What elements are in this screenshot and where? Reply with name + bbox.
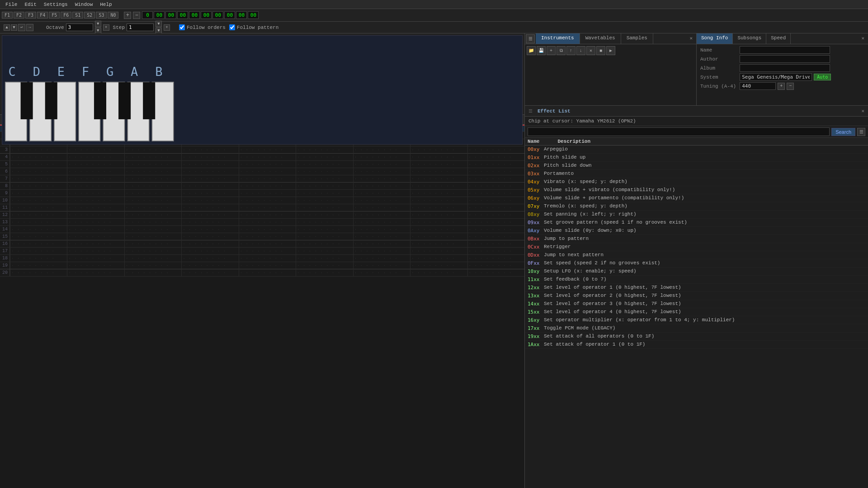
pattern-cell[interactable]: · · · · · · · ·	[181, 226, 238, 233]
step-input[interactable]	[127, 23, 154, 31]
inst-preview-btn[interactable]: ▶	[606, 46, 615, 55]
inst-stop-btn[interactable]: ■	[596, 46, 605, 55]
add-btn[interactable]: +	[124, 12, 131, 19]
pattern-row[interactable]: 15· · · · · · · ·· · · · · · · ·· · · · …	[0, 233, 524, 240]
pattern-cell[interactable]: · · · · · · · ·	[467, 154, 524, 161]
pattern-cell[interactable]: · · · · · · · ·	[181, 168, 238, 175]
effect-row[interactable]: 13xxSet level of operator 2 (0 highest, …	[525, 292, 868, 300]
tab-samples[interactable]: Samples	[621, 33, 653, 44]
effect-list-scroll[interactable]: 00xyArpeggio01xxPitch slide up02xxPitch …	[525, 145, 868, 488]
pattern-row[interactable]: 9· · · · · · · ·· · · · · · · ·· · · · ·…	[0, 190, 524, 197]
pattern-cell[interactable]: · · · · · · · ·	[353, 233, 410, 240]
fn-f2[interactable]: F2	[14, 12, 24, 19]
pattern-cell[interactable]: · · · · · · · ·	[10, 175, 67, 183]
pattern-cell[interactable]: · · · · · · · ·	[467, 168, 524, 175]
pattern-cell[interactable]: · · · · · · · ·	[353, 183, 410, 190]
pattern-row[interactable]: 10· · · · · · · ·· · · · · · · ·· · · · …	[0, 197, 524, 204]
inst-del-btn[interactable]: ✕	[586, 46, 595, 55]
follow-pattern-check[interactable]	[229, 24, 235, 30]
pattern-cell[interactable]: · · · · · · · ·	[296, 161, 353, 168]
pattern-cell[interactable]: · · · · · · · ·	[10, 204, 67, 211]
effect-row[interactable]: 14xxSet level of operator 3 (0 highest, …	[525, 300, 868, 308]
pattern-cell[interactable]: · · · · · · · ·	[353, 262, 410, 269]
pattern-cell[interactable]: · · · · · · · ·	[10, 197, 67, 204]
pattern-cell[interactable]: · · · · · · · ·	[124, 161, 181, 168]
pattern-cell[interactable]: · · · · · · · ·	[124, 211, 181, 219]
pattern-cell[interactable]: · · · · · · · ·	[239, 255, 296, 262]
pattern-cell[interactable]: · · · · · · · ·	[353, 146, 410, 154]
pattern-cell[interactable]: · · · · · · · ·	[353, 226, 410, 233]
instruments-close[interactable]: ✕	[686, 33, 696, 44]
effect-row[interactable]: 16xySet operator multiplier (x: operator…	[525, 316, 868, 324]
menu-settings[interactable]: Settings	[40, 1, 71, 8]
pattern-cell[interactable]: · · · · · · · ·	[296, 146, 353, 154]
pattern-cell[interactable]: · · · · · · · ·	[10, 211, 67, 219]
pattern-cell[interactable]: · · · · · · · ·	[181, 255, 238, 262]
pattern-cell[interactable]: · · · · · · · ·	[296, 262, 353, 269]
menu-help[interactable]: Help	[96, 1, 115, 8]
pattern-row[interactable]: 4· · · · · · · ·· · · · · · · ·· · · · ·…	[0, 154, 524, 161]
pattern-cell[interactable]: · · · · · · · ·	[239, 146, 296, 154]
pattern-cell[interactable]: · · · · · · · ·	[181, 204, 238, 211]
pattern-cell[interactable]: · · · · · · · ·	[124, 190, 181, 197]
pattern-cell[interactable]: · · · · · · · ·	[124, 197, 181, 204]
pattern-cell[interactable]: · · · · · · · ·	[67, 146, 124, 154]
pattern-grid[interactable]: 0· · · · · · · ·· · · · · · · ·· · · · ·…	[0, 125, 524, 488]
effect-row[interactable]: 15xxSet level of operator 4 (0 highest, …	[525, 308, 868, 316]
pattern-cell[interactable]: · · · · · · · ·	[181, 197, 238, 204]
tab-wavetables[interactable]: Wavetables	[580, 33, 621, 44]
effect-row[interactable]: 17xxToggle PCM mode (LEGACY)	[525, 324, 868, 333]
pattern-cell[interactable]: · · · · · · · ·	[353, 248, 410, 255]
pattern-cell[interactable]: · · · · · · · ·	[353, 219, 410, 226]
pattern-cell[interactable]: · · · · · · · ·	[239, 183, 296, 190]
inst-open-btn[interactable]: 📁	[527, 46, 536, 55]
effect-filter-icon[interactable]: ☰	[527, 108, 534, 115]
pattern-row[interactable]: 14· · · · · · · ·· · · · · · · ·· · · · …	[0, 226, 524, 233]
menu-window[interactable]: Window	[71, 1, 97, 8]
pattern-cell[interactable]: · · · · · · · ·	[10, 255, 67, 262]
inst-add-btn[interactable]: +	[547, 46, 556, 55]
effect-menu-icon[interactable]: ☰	[857, 128, 865, 136]
pattern-cell[interactable]: · · · · · · · ·	[67, 219, 124, 226]
pattern-cell[interactable]: · · · · · · · ·	[410, 219, 467, 226]
pattern-cell[interactable]: · · · · · · · ·	[296, 240, 353, 248]
effect-row[interactable]: 1AxxSet attack of operator 1 (0 to 1F)	[525, 341, 868, 349]
pattern-cell[interactable]: · · · · · · · ·	[296, 233, 353, 240]
effect-row[interactable]: 11xxSet feedback (0 to 7)	[525, 276, 868, 284]
pattern-cell[interactable]: · · · · · · · ·	[181, 161, 238, 168]
fn-n0[interactable]: N0	[108, 12, 118, 19]
pattern-cell[interactable]: · · · · · · · ·	[353, 240, 410, 248]
pattern-cell[interactable]: · · · · · · · ·	[124, 219, 181, 226]
pattern-cell[interactable]: · · · · · · · ·	[296, 269, 353, 277]
pattern-cell[interactable]: · · · · · · · ·	[410, 233, 467, 240]
nav-up-btn[interactable]: ▲	[4, 24, 10, 31]
pattern-cell[interactable]: · · · · · · · ·	[181, 146, 238, 154]
system-input[interactable]	[740, 73, 812, 81]
pattern-cell[interactable]: · · · · · · · ·	[410, 248, 467, 255]
effect-row[interactable]: 06xyVolume slide + portamento (compatibi…	[525, 194, 868, 202]
tab-instruments[interactable]: Instruments	[536, 33, 580, 44]
songinfo-close[interactable]: ✕	[858, 33, 868, 44]
step-inc[interactable]: ▼	[156, 28, 162, 34]
pattern-cell[interactable]: · · · · · · · ·	[124, 240, 181, 248]
pattern-cell[interactable]: · · · · · · · ·	[181, 219, 238, 226]
effect-row[interactable]: 0BxxJump to pattern	[525, 235, 868, 243]
pattern-cell[interactable]: · · · · · · · ·	[296, 168, 353, 175]
tab-subsongs[interactable]: Subsongs	[733, 33, 766, 44]
pattern-cell[interactable]: · · · · · · · ·	[10, 190, 67, 197]
pattern-cell[interactable]: · · · · · · · ·	[410, 175, 467, 183]
pattern-cell[interactable]: · · · · · · · ·	[467, 211, 524, 219]
pattern-cell[interactable]: · · · · · · · ·	[467, 240, 524, 248]
pattern-cell[interactable]: · · · · · · · ·	[239, 226, 296, 233]
pattern-cell[interactable]: · · · · · · · ·	[67, 161, 124, 168]
pattern-cell[interactable]: · · · · · · · ·	[124, 154, 181, 161]
effect-search-input[interactable]	[528, 127, 830, 136]
pattern-cell[interactable]: · · · · · · · ·	[10, 269, 67, 277]
pattern-cell[interactable]: · · · · · · · ·	[410, 204, 467, 211]
octave-input[interactable]	[66, 23, 93, 31]
pattern-cell[interactable]: · · · · · · · ·	[181, 233, 238, 240]
pattern-cell[interactable]: · · · · · · · ·	[353, 154, 410, 161]
pattern-cell[interactable]: · · · · · · · ·	[124, 204, 181, 211]
pattern-cell[interactable]: · · · · · · · ·	[67, 183, 124, 190]
auto-button[interactable]: Auto	[814, 74, 831, 80]
